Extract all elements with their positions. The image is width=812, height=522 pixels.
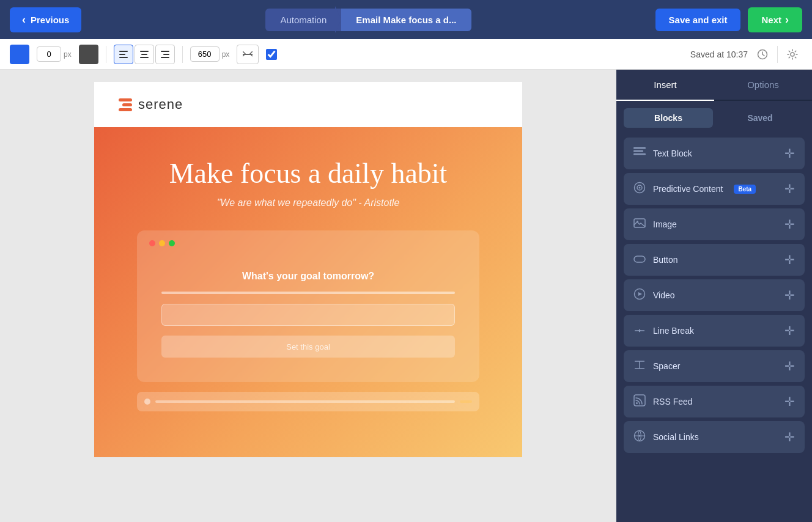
block-label-image: Image [653, 219, 677, 229]
toolbar-divider-3 [777, 46, 778, 63]
color-swatch-dark[interactable] [79, 45, 98, 64]
sidebar-tabs: Insert Options [616, 70, 812, 101]
save-exit-button[interactable]: Save and exit [655, 9, 741, 31]
sidebar-subtabs: Blocks Saved [616, 101, 812, 133]
logo-icon [119, 98, 132, 111]
toolbar-divider-1 [106, 46, 106, 63]
next-button[interactable]: Next [748, 7, 802, 32]
svg-rect-1 [119, 54, 125, 55]
block-item-text[interactable]: Text Block ✛ [624, 138, 805, 169]
block-item-image[interactable]: Image ✛ [624, 208, 805, 240]
goal-button: Set this goal [161, 336, 455, 358]
block-item-video[interactable]: Video ✛ [624, 279, 805, 311]
block-add-predictive[interactable]: ✛ [784, 182, 795, 196]
toolbar-checkbox[interactable] [266, 49, 277, 60]
email-header: serene [94, 82, 522, 127]
block-item-predictive[interactable]: Predictive Content Beta ✛ [624, 173, 805, 205]
width-input[interactable]: 650 [190, 46, 220, 62]
automation-breadcrumb[interactable]: Automation [265, 9, 341, 31]
image-icon [633, 218, 646, 230]
top-bar-right: Save and exit Next [655, 7, 802, 32]
padding-unit: px [64, 50, 72, 59]
text-icon [633, 147, 646, 160]
block-item-text-left: Text Block [633, 147, 692, 160]
video-icon [633, 288, 646, 303]
block-add-image[interactable]: ✛ [784, 217, 795, 232]
email-hero: Make focus a daily habit "We are what we… [94, 127, 522, 457]
block-item-social[interactable]: Social Links ✛ [624, 421, 805, 453]
svg-point-11 [791, 53, 794, 56]
window-titlebar [149, 240, 467, 246]
expand-button[interactable] [237, 45, 259, 64]
padding-input-group: 0 px [37, 46, 72, 62]
email-breadcrumb[interactable]: Email Make focus a d... [341, 9, 471, 31]
breadcrumb: Automation Email Make focus a d... [265, 9, 471, 31]
logo-bar-2 [122, 103, 132, 106]
align-center-button[interactable] [135, 45, 154, 64]
svg-rect-13 [633, 150, 643, 152]
block-item-button-left: Button [633, 254, 677, 265]
predictive-icon [633, 182, 646, 196]
canvas-area: serene Make focus a daily habit "We are … [0, 70, 616, 522]
block-item-linebreak-left: Line Break [633, 325, 694, 336]
block-add-spacer[interactable]: ✛ [784, 359, 795, 373]
app-bottom-bar [137, 392, 479, 411]
block-label-spacer: Spacer [653, 361, 680, 371]
block-item-spacer[interactable]: Spacer ✛ [624, 350, 805, 382]
logo-bar-1 [119, 98, 132, 101]
subtab-saved[interactable]: Saved [715, 108, 805, 128]
svg-rect-5 [140, 57, 149, 58]
tab-options[interactable]: Options [714, 70, 812, 100]
svg-rect-6 [161, 51, 169, 52]
block-label-button: Button [653, 255, 677, 265]
block-item-linebreak[interactable]: Line Break ✛ [624, 315, 805, 347]
button-icon [633, 254, 646, 265]
color-swatch-blue[interactable] [10, 45, 29, 64]
block-add-rss[interactable]: ✛ [784, 394, 795, 409]
block-label-linebreak: Line Break [653, 326, 694, 336]
history-button[interactable] [753, 45, 772, 64]
subtab-blocks[interactable]: Blocks [624, 108, 713, 128]
settings-button[interactable] [783, 45, 802, 64]
block-item-social-left: Social Links [633, 430, 699, 444]
beta-badge: Beta [734, 185, 756, 194]
block-item-predictive-left: Predictive Content Beta [633, 182, 756, 196]
block-label-video: Video [653, 290, 675, 300]
top-bar-left: Previous [10, 7, 81, 32]
tab-insert[interactable]: Insert [616, 70, 714, 101]
svg-rect-4 [141, 54, 147, 55]
width-unit: px [222, 50, 230, 59]
window-dot-green [169, 240, 175, 246]
block-add-linebreak[interactable]: ✛ [784, 323, 795, 338]
spacer-icon [633, 361, 646, 372]
block-label-social: Social Links [653, 432, 699, 442]
block-add-button[interactable]: ✛ [784, 252, 795, 267]
svg-rect-2 [119, 57, 128, 58]
padding-input[interactable]: 0 [37, 46, 61, 62]
block-add-social[interactable]: ✛ [784, 430, 795, 444]
align-right-button[interactable] [155, 45, 175, 64]
goal-input-field [161, 304, 455, 326]
hero-title: Make focus a daily habit [169, 156, 448, 190]
main-content: serene Make focus a daily habit "We are … [0, 70, 812, 522]
svg-point-31 [636, 402, 638, 404]
svg-rect-8 [161, 57, 169, 58]
social-icon [633, 430, 646, 444]
svg-rect-20 [634, 256, 645, 262]
toolbar-divider-2 [182, 46, 183, 63]
toolbar: 0 px 650 px [0, 39, 812, 70]
bottom-bar-line [155, 400, 455, 403]
sidebar-blocks-list: Text Block ✛ Predictive Content Beta [616, 133, 812, 458]
email-container: serene Make focus a daily habit "We are … [94, 82, 522, 457]
previous-button[interactable]: Previous [10, 7, 81, 32]
rss-icon [633, 394, 646, 409]
block-item-rss[interactable]: RSS Feed ✛ [624, 386, 805, 417]
block-item-button[interactable]: Button ✛ [624, 244, 805, 276]
block-add-text[interactable]: ✛ [784, 146, 795, 161]
align-left-button[interactable] [114, 45, 133, 64]
block-item-video-left: Video [633, 288, 675, 303]
block-item-rss-left: RSS Feed [633, 394, 693, 409]
block-add-video[interactable]: ✛ [784, 288, 795, 303]
serene-logo: serene [119, 97, 183, 112]
svg-rect-14 [633, 153, 646, 155]
